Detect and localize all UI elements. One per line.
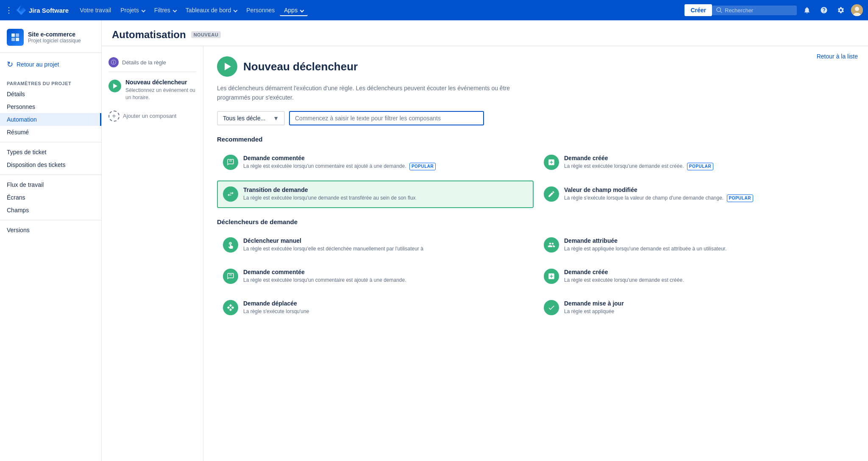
rec-card-title-3: Valeur de champ modifiée: [564, 186, 849, 193]
svg-rect-6: [16, 33, 19, 37]
chevron-down-icon: ▼: [273, 115, 279, 122]
popular-badge-0: POPULAR: [409, 163, 436, 170]
rec-card-desc-1: La règle est exécutée lorsqu'une demande…: [564, 163, 849, 170]
demand-card-content-5: Demande mise à jour La règle est appliqu…: [564, 300, 849, 315]
app-body: Site e-commerce Projet logiciel classiqu…: [0, 20, 868, 461]
demand-triggers-grid: Déclencheur manuel La règle est exécutée…: [217, 231, 854, 321]
trigger-card-demande-commentee-rec[interactable]: Demande commentée La règle est exécutée …: [217, 149, 534, 176]
user-avatar[interactable]: [851, 4, 863, 16]
trigger-card-icon-1: [544, 155, 559, 170]
demand-card-desc-4: La règle s'exécute lorsqu'une: [243, 308, 528, 315]
create-button[interactable]: Créer: [684, 4, 712, 16]
svg-point-3: [855, 7, 859, 11]
svg-rect-7: [11, 38, 15, 41]
back-to-project-link[interactable]: ↻ Retour au projet: [0, 56, 101, 72]
automation-title: Automatisation: [112, 29, 186, 41]
back-to-project-label: Retour au projet: [17, 61, 59, 68]
search-input[interactable]: [725, 7, 784, 14]
demand-card-title-0: Déclencheur manuel: [243, 237, 528, 244]
sidebar-item-disposition[interactable]: Disposition des tickets: [0, 158, 101, 171]
help-button[interactable]: [817, 3, 831, 17]
trigger-card-deplacee[interactable]: Demande déplacée La règle s'exécute lors…: [217, 294, 534, 321]
sidebar-item-flux[interactable]: Flux de travail: [0, 178, 101, 191]
sidebar-item-personnes[interactable]: Personnes: [0, 100, 101, 113]
nav-link-personnes[interactable]: Personnes: [242, 4, 279, 16]
trigger-card-demande-creee-rec[interactable]: Demande créée La règle est exécutée lors…: [538, 149, 854, 176]
trigger-panel-header: Nouveau déclencheur: [217, 56, 854, 77]
demand-card-icon-2: [223, 269, 238, 284]
automation-body: ⓘ Détails de la règle Nouveau déclencheu…: [102, 46, 868, 461]
nav-link-tableaux[interactable]: Tableaux de bord: [181, 4, 241, 16]
nav-search-container: [712, 6, 797, 15]
rec-card-desc-0: La règle est exécutée lorsqu'un commenta…: [243, 163, 528, 170]
sidebar-divider-3: [0, 220, 101, 220]
sidebar-item-details[interactable]: Détails: [0, 88, 101, 100]
demand-card-desc-0: La règle est exécutée lorsqu'elle est dé…: [243, 245, 528, 253]
svg-point-0: [717, 8, 721, 12]
rec-card-desc-2: La règle est exécutée lorsqu'une demande…: [243, 194, 528, 202]
nav-logo-text: Jira Software: [29, 7, 69, 14]
demand-card-title-1: Demande attribuée: [564, 237, 849, 244]
back-to-list-link[interactable]: Retour à la liste: [817, 53, 858, 60]
sidebar-divider-1: [0, 142, 101, 142]
nav-link-filtres[interactable]: Filtres: [150, 4, 181, 16]
rec-card-title-2: Transition de demande: [243, 186, 528, 193]
trigger-card-icon-3: [544, 186, 559, 202]
filter-search-input[interactable]: [289, 111, 484, 125]
nav-logo[interactable]: Jira Software: [16, 5, 69, 15]
notifications-button[interactable]: [800, 3, 814, 17]
trigger-subtitle: Sélectionnez un événement ou un horaire.: [125, 87, 196, 101]
demand-card-desc-1: La règle est appliquée lorsqu'une demand…: [564, 245, 849, 253]
trigger-card-demande-creee-2[interactable]: Demande créée La règle est exécutée lors…: [538, 263, 854, 290]
sidebar-item-automation[interactable]: Automation: [0, 113, 101, 126]
demand-card-desc-3: La règle est exécutée lorsqu'une demande…: [564, 277, 849, 284]
trigger-card-content-3: Valeur de champ modifiée La règle s'exéc…: [564, 186, 849, 202]
demand-card-icon-0: [223, 237, 238, 253]
demand-card-content-0: Déclencheur manuel La règle est exécutée…: [243, 237, 528, 253]
trigger-card-content-0: Demande commentée La règle est exécutée …: [243, 155, 528, 170]
trigger-card-demande-commentee-2[interactable]: Demande commentée La règle est exécutée …: [217, 263, 534, 290]
trigger-card-transition[interactable]: Transition de demande La règle est exécu…: [217, 181, 534, 208]
nav-link-projets[interactable]: Projets: [116, 4, 149, 16]
trigger-card-manuel[interactable]: Déclencheur manuel La règle est exécutée…: [217, 231, 534, 258]
sidebar-item-types-ticket[interactable]: Types de ticket: [0, 146, 101, 158]
rule-trigger[interactable]: Nouveau déclencheur Sélectionnez un évén…: [108, 79, 196, 101]
settings-button[interactable]: [834, 3, 848, 17]
trigger-card-content-1: Demande créée La règle est exécutée lors…: [564, 155, 849, 170]
project-logo-icon: [7, 29, 24, 46]
svg-line-1: [721, 11, 722, 13]
rec-card-title-0: Demande commentée: [243, 155, 528, 161]
sidebar-item-versions[interactable]: Versions: [0, 224, 101, 236]
filter-dropdown[interactable]: Tous les décle... ▼: [217, 111, 285, 125]
rec-card-desc-3: La règle s'exécute lorsque la valeur de …: [564, 194, 849, 202]
sidebar-item-champs[interactable]: Champs: [0, 204, 101, 217]
trigger-card-mise-a-jour[interactable]: Demande mise à jour La règle est appliqu…: [538, 294, 854, 321]
nav-link-apps[interactable]: Apps: [280, 4, 308, 16]
demand-card-content-1: Demande attribuée La règle est appliquée…: [564, 237, 849, 253]
trigger-description: Les déclencheurs démarrent l'exécution d…: [217, 83, 514, 103]
trigger-card-attribuee[interactable]: Demande attribuée La règle est appliquée…: [538, 231, 854, 258]
project-type: Projet logiciel classique: [28, 38, 95, 44]
demand-card-icon-1: [544, 237, 559, 253]
jira-logo-icon: [16, 5, 26, 15]
sidebar-item-ecrans[interactable]: Écrans: [0, 191, 101, 204]
demand-card-title-2: Demande commentée: [243, 269, 528, 275]
svg-rect-8: [16, 38, 19, 41]
demand-card-title-5: Demande mise à jour: [564, 300, 849, 307]
sidebar-item-resume[interactable]: Résumé: [0, 126, 101, 139]
grid-icon[interactable]: ⋮: [5, 6, 13, 15]
sidebar: Site e-commerce Projet logiciel classiqu…: [0, 20, 102, 461]
recommended-section-title: Recommended: [217, 136, 854, 143]
demand-card-desc-5: La règle est appliquée: [564, 308, 849, 315]
add-component-icon: +: [108, 111, 120, 122]
trigger-play-icon: [108, 80, 121, 92]
trigger-panel-title: Nouveau déclencheur: [243, 60, 358, 73]
nav-link-votre-travail[interactable]: Votre travail: [75, 4, 115, 16]
demand-card-icon-5: [544, 300, 559, 315]
trigger-card-valeur-champ[interactable]: Valeur de champ modifiée La règle s'exéc…: [538, 181, 854, 208]
add-component-button[interactable]: + Ajouter un composant: [108, 108, 196, 124]
search-icon: [716, 7, 722, 13]
sidebar-divider-2: [0, 175, 101, 175]
demand-card-icon-4: [223, 300, 238, 315]
demand-card-content-2: Demande commentée La règle est exécutée …: [243, 269, 528, 284]
